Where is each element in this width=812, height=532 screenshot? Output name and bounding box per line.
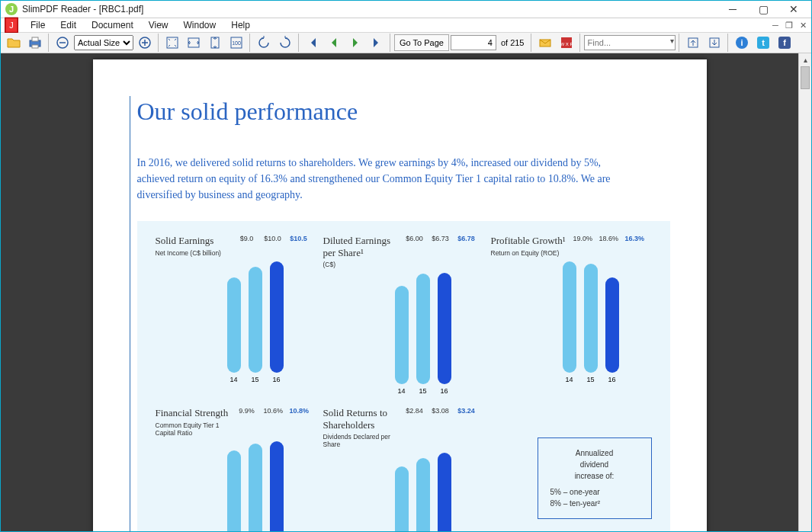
pdf-page: Our solid performance In 2016, we delive… [93,59,707,532]
print-button[interactable] [25,33,45,53]
svg-rect-4 [32,45,38,48]
annotation-box: Annualized dividend increase of: 5% – on… [538,437,652,519]
actual-size-button[interactable]: 100 [226,33,246,53]
rotate-cw-button[interactable] [275,33,295,53]
svg-text:f: f [783,38,786,47]
chart-bar [395,466,409,532]
chart-subtitle: Net Income (C$ billion) [156,249,232,257]
chart-cet1: Financial Strength Common Equity Tier 1 … [156,407,308,532]
find-prev-button[interactable] [683,33,703,53]
chart-dividends: Solid Returns to Shareholders Dividends … [323,407,476,532]
menu-edit[interactable]: Edit [53,18,84,32]
rotate-ccw-button[interactable] [254,33,274,53]
zoom-select[interactable]: Actual Size [74,35,133,50]
twitter-button[interactable]: t [753,33,773,53]
mdi-close-button[interactable]: ✕ [797,19,809,31]
menu-help[interactable]: Help [223,18,258,32]
charts-panel: Solid Earnings Net Income (C$ billion) $… [137,221,670,532]
chart-value-label: $9.0 [238,235,256,242]
maximize-button[interactable]: ▢ [750,1,776,18]
chart-bar [249,444,262,532]
toolbar: Actual Size 100 Go To Page of 215 W X P … [1,33,811,53]
find-dropdown-icon[interactable]: ▾ [670,37,674,45]
chart-x-label: 14 [227,376,241,383]
chart-value-label: 19.0% [573,235,592,242]
svg-text:W X P: W X P [560,42,573,46]
first-page-button[interactable] [303,33,323,53]
zoom-out-button[interactable] [53,33,72,53]
svg-text:J: J [9,21,14,30]
chart-bar [605,277,619,373]
chart-value-label: 9.9% [238,407,256,415]
menu-file[interactable]: File [23,18,53,32]
chart-value-label: $10.0 [264,235,282,242]
chart-value-label: 18.6% [599,235,618,242]
open-button[interactable] [4,33,24,53]
facebook-button[interactable]: f [775,33,794,53]
chart-title: Diluted Earnings per Share¹ [323,235,400,258]
next-page-button[interactable] [345,33,365,53]
mdi-minimize-button[interactable]: ─ [769,19,782,31]
close-button[interactable]: ✕ [781,1,807,18]
page-viewport[interactable]: Our solid performance In 2016, we delive… [1,53,798,532]
chart-subtitle: (C$) [323,261,400,268]
chart-eps: Diluted Earnings per Share¹ (C$) $6.00$6… [323,235,476,395]
page-rule-line [130,96,130,532]
chart-bar [395,286,409,384]
chart-value-label: 10.6% [264,407,282,415]
app-icon: J [5,3,18,15]
info-button[interactable]: i [732,33,752,53]
scroll-thumb[interactable] [801,66,810,89]
scroll-track[interactable] [799,66,811,532]
find-next-button[interactable] [704,33,724,53]
zoom-in-button[interactable] [135,33,155,53]
goto-page-button[interactable]: Go To Page [394,34,449,51]
chart-x-label: 16 [605,376,619,383]
chart-bar [416,274,430,384]
page-heading: Our solid performance [137,98,670,126]
chart-bar [584,264,598,373]
menu-document[interactable]: Document [84,18,141,32]
annot-line: Annualized [550,447,639,459]
chart-subtitle: Dividends Declared per Share [323,433,400,448]
chart-value-label: 16.3% [625,235,644,242]
scroll-up-button[interactable]: ▴ [799,53,811,66]
minimize-button[interactable]: ─ [720,1,746,18]
chart-bar [249,267,262,373]
chart-value-label: $3.24 [457,407,476,415]
chart-value-label: $6.73 [432,235,450,242]
fit-height-button[interactable] [205,33,225,53]
menu-window[interactable]: Window [176,18,224,32]
chart-value-label: $6.00 [406,235,424,242]
convert-button[interactable]: W X P [557,33,576,53]
menu-view[interactable]: View [141,18,176,32]
annot-line: 8% – ten-year² [550,498,639,509]
page-number-input[interactable] [451,35,496,50]
app-menu-icon: J [3,18,20,32]
chart-x-label: 16 [438,387,451,395]
chart-bar [270,441,284,532]
chart-value-label: $6.78 [457,235,476,242]
chart-x-label: 15 [249,376,262,383]
chart-earnings: Solid Earnings Net Income (C$ billion) $… [156,235,308,395]
chart-bar [438,453,451,532]
fit-width-button[interactable] [184,33,204,53]
fit-page-button[interactable] [162,33,182,53]
chart-roe: Profitable Growth¹ Return on Equity (ROE… [491,235,644,395]
chart-value-label: $2.84 [406,407,424,415]
chart-x-label: 16 [270,376,284,383]
annot-line: 5% – one-year [550,486,639,498]
chart-subtitle: Common Equity Tier 1 Capital Ratio [156,421,232,437]
find-input[interactable] [584,35,676,50]
chart-bar [227,450,241,532]
email-button[interactable] [535,33,555,53]
last-page-button[interactable] [367,33,387,53]
chart-bar [270,261,284,373]
chart-x-label: 15 [416,387,430,395]
page-total-label: of 215 [498,38,528,47]
chart-x-label: 14 [395,387,409,395]
mdi-restore-button[interactable]: ❐ [783,19,795,31]
vertical-scrollbar[interactable]: ▴ ▾ [798,53,811,532]
window-title: SlimPDF Reader - [RBC1.pdf] [22,4,715,14]
prev-page-button[interactable] [324,33,344,53]
